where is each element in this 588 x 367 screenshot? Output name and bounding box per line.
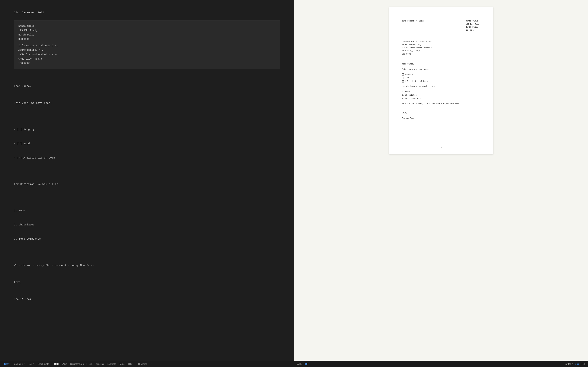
toolbar-sep-1 bbox=[52, 363, 52, 366]
preview-recipient-addr4: 103-0002 bbox=[402, 53, 481, 56]
editor-wish-2: 2. chocolates bbox=[14, 223, 280, 227]
editor-panel: 23rd December, 2022 Santa Claus 123 Elf … bbox=[0, 0, 294, 361]
view-tabs: Web PDF bbox=[297, 363, 563, 365]
editor-check-2: - [ ] Good bbox=[14, 141, 280, 146]
preview-header: 23rd December, 2022 Santa Claus 123 Elf … bbox=[402, 20, 481, 32]
toolbar-blockquote[interactable]: Blockquote bbox=[36, 362, 50, 366]
check-label-2: Good bbox=[405, 76, 409, 80]
editor-address-block: Santa Claus 123 Elf Road, North Pole, H0… bbox=[14, 20, 280, 69]
preview-check-2: Good bbox=[402, 76, 481, 80]
toolbar-words: 41 Words bbox=[136, 362, 148, 366]
editor-addr-line6: Information Architects Inc. bbox=[18, 43, 276, 48]
preview-sender-addr1: 123 Elf Road, bbox=[466, 23, 481, 26]
preview-closing: We wish you a merry Christmas and a Happ… bbox=[402, 102, 481, 105]
checkbox-unchecked-1 bbox=[402, 73, 404, 75]
letter-chevron-icon: ⌃ bbox=[571, 363, 573, 365]
toolbar-sep-3 bbox=[135, 363, 135, 366]
editor-wish-1: 1. snow bbox=[14, 208, 280, 213]
checkbox-checked-3: ✓ bbox=[402, 80, 404, 83]
editor-addr-line1: Santa Claus bbox=[18, 24, 276, 28]
checkbox-unchecked-2 bbox=[402, 77, 404, 79]
main-area: 23rd December, 2022 Santa Claus 123 Elf … bbox=[0, 0, 588, 361]
preview-body: Dear Santa, This year, we have been: Nau… bbox=[402, 63, 481, 120]
toolbar-wikilink[interactable]: Wikilink bbox=[95, 362, 105, 366]
toolbar-toc[interactable]: TOC bbox=[126, 362, 134, 366]
editor-body[interactable]: Dear Santa, This year, we have been: - [… bbox=[14, 75, 280, 311]
preview-wish-list: 1. snow 2. chocolates 3. more templates bbox=[402, 90, 481, 100]
preview-wish-2: 2. chocolates bbox=[402, 94, 481, 97]
preview-sender-address: Santa Claus 123 Elf Road, North Pole, H0… bbox=[466, 20, 481, 32]
preview-recipient-addr1: Azuro Bakuro, 4F, bbox=[402, 43, 481, 47]
editor-addr-line4: H0H 0H0 bbox=[18, 37, 276, 42]
editor-date: 23rd December, 2022 bbox=[14, 10, 280, 15]
toolbar-link[interactable]: Link bbox=[87, 362, 95, 366]
toolbar-words-chevron[interactable]: ⌃ bbox=[149, 362, 154, 366]
view-options: Split Full bbox=[575, 363, 585, 365]
preview-wish-3: 3. more templates bbox=[402, 97, 481, 100]
toolbar-sep-2 bbox=[86, 363, 86, 366]
preview-checklist: Naughty Good ✓ A little bit of both bbox=[402, 73, 481, 83]
toolbar-italic[interactable]: Italic bbox=[61, 362, 69, 366]
editor-salutation: Dear Santa, bbox=[14, 84, 280, 89]
preview-wish-1: 1. snow bbox=[402, 90, 481, 93]
editor-checklist: - [ ] Naughty - [ ] Good - [x] A little … bbox=[14, 118, 280, 170]
toolbar-bold[interactable]: Bold bbox=[53, 362, 61, 366]
tab-web[interactable]: Web bbox=[297, 363, 302, 365]
editor-addr-line2: 123 Elf Road, bbox=[18, 28, 276, 33]
letter-label: Letter bbox=[565, 363, 571, 365]
editor-wish-intro: For Christmas, we would like: bbox=[14, 182, 280, 187]
preview-recipient-name: Information Architects Inc. bbox=[402, 40, 481, 43]
preview-recipient-address: Information Architects Inc. Azuro Bakuro… bbox=[402, 40, 481, 56]
editor-wish-3: 3. more templates bbox=[14, 237, 280, 241]
bottom-area: Body Heading 1 ⌃ List ⌃ Blockquote Bold … bbox=[0, 361, 588, 367]
editor-check-1: - [ ] Naughty bbox=[14, 127, 280, 132]
preview-signature: The iA Team bbox=[402, 117, 481, 120]
preview-signoff: Love, bbox=[402, 111, 481, 115]
preview-sender-name: Santa Claus bbox=[466, 20, 481, 23]
editor-addr-line7: Azuro Bakuro, 4F, bbox=[18, 48, 276, 52]
view-split[interactable]: Split bbox=[575, 363, 579, 365]
toolbar-heading1[interactable]: Heading 1 ⌃ bbox=[11, 362, 27, 366]
editor-closing: We wish you a merry Christmas and a Happ… bbox=[14, 263, 280, 268]
preview-date: 23rd December, 2022 bbox=[402, 20, 424, 32]
preview-check-3: ✓ A little bit of both bbox=[402, 80, 481, 83]
toolbar-body[interactable]: Body bbox=[3, 362, 11, 366]
preview-check-1: Naughty bbox=[402, 73, 481, 76]
editor-check-3: - [x] A little bit of both bbox=[14, 156, 280, 160]
toolbar-list[interactable]: List ⌃ bbox=[27, 362, 36, 366]
preview-page-number: 1 bbox=[441, 146, 442, 149]
toolbar-table[interactable]: Table bbox=[118, 362, 126, 366]
letter-size-select[interactable]: Letter ⌃ bbox=[565, 363, 573, 365]
editor-intro: This year, we have been: bbox=[14, 101, 280, 106]
editor-addr-line9: Chuo City, Tokyo bbox=[18, 57, 276, 61]
preview-panel: 23rd December, 2022 Santa Claus 123 Elf … bbox=[294, 0, 588, 361]
preview-intro: This year, we have been: bbox=[402, 68, 481, 71]
editor-signoff: Love, bbox=[14, 280, 280, 285]
preview-sender-addr3: H0H 0H0 bbox=[466, 29, 481, 32]
editor-signature: The iA Team bbox=[14, 297, 280, 302]
check-label-3: A little bit of both bbox=[405, 80, 428, 83]
toolbar: Body Heading 1 ⌃ List ⌃ Blockquote Bold … bbox=[0, 361, 294, 367]
preview-recipient-addr3: Chuo City, Tokyo bbox=[402, 50, 481, 53]
preview-wish-intro: For Christmas, we would like: bbox=[402, 85, 481, 88]
preview-salutation: Dear Santa, bbox=[402, 63, 481, 66]
tab-pdf[interactable]: PDF bbox=[304, 363, 308, 365]
check-label-1: Naughty bbox=[405, 73, 413, 76]
toolbar-strikethrough[interactable]: Strikethrough bbox=[69, 362, 85, 366]
preview-sender-addr2: North Pole, bbox=[466, 26, 481, 29]
status-bar: Web PDF Letter ⌃ Split Full bbox=[294, 361, 588, 367]
editor-addr-line10: 103-0002 bbox=[18, 61, 276, 66]
preview-page: 23rd December, 2022 Santa Claus 123 Elf … bbox=[389, 7, 493, 154]
toolbar-footnote[interactable]: Footnote bbox=[106, 362, 117, 366]
view-full[interactable]: Full bbox=[581, 363, 585, 365]
editor-wish-list: 1. snow 2. chocolates 3. more templates bbox=[14, 199, 280, 251]
preview-recipient-addr2: 1-5-15 Nihonbashibakurocho, bbox=[402, 47, 481, 50]
editor-addr-line8: 1-5-15 Nihonbashibakurocho, bbox=[18, 52, 276, 57]
editor-addr-line3: North Pole, bbox=[18, 33, 276, 37]
